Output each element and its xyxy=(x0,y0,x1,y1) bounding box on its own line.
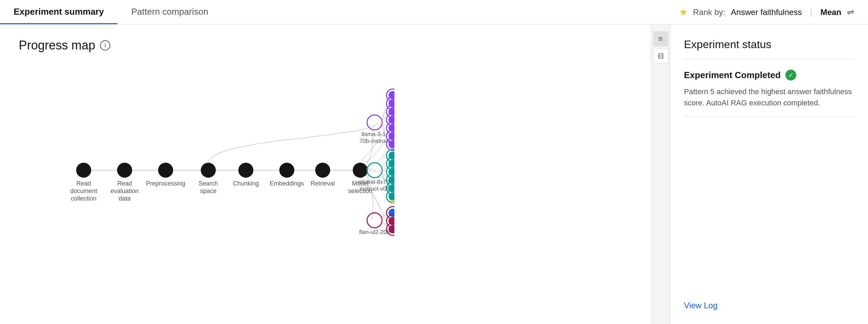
section-title-row: Progress map i xyxy=(19,38,651,53)
status-header: Experiment Completed ✓ xyxy=(684,70,854,80)
tab-pattern-comparison[interactable]: Pattern comparison xyxy=(117,0,222,24)
svg-text:Retrieval: Retrieval xyxy=(310,180,335,187)
main-layout: Progress map i xyxy=(0,25,868,324)
svg-text:70b-instruct: 70b-instruct xyxy=(360,138,390,144)
svg-line-58 xyxy=(382,156,389,167)
svg-point-24 xyxy=(315,163,330,178)
svg-text:★: ★ xyxy=(389,197,394,206)
tab-experiment-summary[interactable]: Experiment summary xyxy=(0,0,117,24)
status-section: Experiment Completed ✓ Pattern 5 achieve… xyxy=(684,70,854,117)
svg-text:Preprocessing: Preprocessing xyxy=(146,180,185,187)
svg-text:flan-ul2-20b: flan-ul2-20b xyxy=(359,229,390,235)
svg-point-7 xyxy=(76,163,91,178)
header: Experiment summary Pattern comparison ★ … xyxy=(0,0,868,25)
rank-by-label: Rank by: xyxy=(693,8,726,17)
svg-text:document: document xyxy=(70,188,97,194)
progress-map-title: Progress map xyxy=(19,38,95,53)
svg-text:Read: Read xyxy=(117,180,132,187)
star-icon: ★ xyxy=(679,6,688,18)
svg-point-29 xyxy=(367,115,382,130)
info-icon[interactable]: i xyxy=(100,40,110,50)
progress-map-svg: Read document collection Read evaluation… xyxy=(19,63,394,295)
svg-line-60 xyxy=(382,170,389,172)
content-area: Progress map i xyxy=(0,25,651,324)
svg-point-11 xyxy=(117,163,132,178)
svg-text:instruct-v01: instruct-v01 xyxy=(360,186,390,192)
svg-point-20 xyxy=(238,163,253,178)
svg-text:Chunking: Chunking xyxy=(233,180,259,187)
svg-text:space: space xyxy=(200,188,216,194)
settings-icon[interactable]: ⇌ xyxy=(847,7,854,17)
list-icon: ≡ xyxy=(658,34,663,43)
check-icon: ✓ xyxy=(785,70,796,80)
rank-separator: | xyxy=(810,8,812,17)
experiment-sidebar: Experiment status Experiment Completed ✓… xyxy=(670,25,868,324)
rank-value: Answer faithfulness xyxy=(731,8,802,17)
svg-point-26 xyxy=(353,163,368,178)
svg-line-77 xyxy=(382,220,389,221)
rank-mean: Mean xyxy=(821,8,841,17)
svg-text:collection: collection xyxy=(71,195,96,202)
status-title: Experiment Completed xyxy=(684,70,781,80)
status-description: Pattern 5 achieved the highest answer fa… xyxy=(684,86,854,108)
svg-point-22 xyxy=(279,163,294,178)
svg-text:evaluation: evaluation xyxy=(111,188,139,194)
toggle-filter-btn[interactable]: ⊟ xyxy=(653,48,668,63)
toggle-list-btn[interactable]: ≡ xyxy=(653,31,668,46)
svg-line-38 xyxy=(382,103,389,120)
svg-text:llama-3-1-: llama-3-1- xyxy=(362,131,388,137)
svg-point-15 xyxy=(158,163,173,178)
svg-point-17 xyxy=(201,163,216,178)
svg-text:Read: Read xyxy=(76,180,91,187)
svg-text:Search: Search xyxy=(198,180,218,187)
panel-toggle: ≡ ⊟ xyxy=(651,25,670,324)
svg-point-35 xyxy=(367,213,382,228)
sidebar-title: Experiment status xyxy=(684,38,854,59)
filter-icon: ⊟ xyxy=(658,51,664,60)
progress-map-area: Read document collection Read evaluation… xyxy=(19,63,394,301)
svg-text:data: data xyxy=(118,195,131,202)
svg-text:Embeddings: Embeddings xyxy=(270,180,304,187)
header-right: ★ Rank by: Answer faithfulness | Mean ⇌ xyxy=(679,0,868,24)
view-log-link[interactable]: View Log xyxy=(684,301,854,310)
